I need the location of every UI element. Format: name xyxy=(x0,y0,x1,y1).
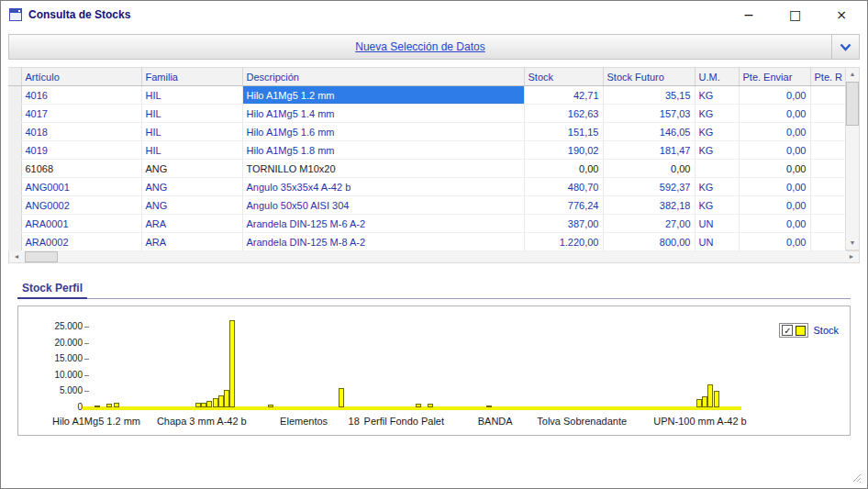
grid-cell[interactable]: ARA xyxy=(141,215,242,233)
resize-grip[interactable] xyxy=(850,471,862,483)
minimize-button[interactable]: − xyxy=(740,7,758,22)
grid-cell[interactable]: 776,24 xyxy=(524,196,603,215)
grid-cell[interactable] xyxy=(810,178,845,196)
row-selector-cell[interactable] xyxy=(8,196,21,215)
grid-cell[interactable]: HIL xyxy=(141,105,242,123)
grid-cell[interactable]: 61068 xyxy=(21,160,141,178)
grid-cell[interactable] xyxy=(695,160,739,178)
grid-cell[interactable]: 42,71 xyxy=(524,86,603,105)
grid-cell[interactable] xyxy=(810,215,845,233)
new-data-selection-link[interactable]: Nueva Selección de Datos xyxy=(9,40,831,53)
grid-cell[interactable]: 4017 xyxy=(21,105,141,123)
grid-cell[interactable]: 27,00 xyxy=(603,215,695,233)
grid-cell[interactable]: 592,37 xyxy=(603,178,695,196)
grid-cell[interactable] xyxy=(810,196,845,215)
grid-cell[interactable]: HIL xyxy=(141,141,242,160)
grid-cell[interactable]: 0,00 xyxy=(739,160,810,178)
grid-cell[interactable]: 0,00 xyxy=(739,123,810,141)
grid-cell[interactable]: 0,00 xyxy=(739,141,810,160)
grid-cell[interactable]: 0,00 xyxy=(739,215,810,233)
grid-cell[interactable]: 0,00 xyxy=(603,160,695,178)
column-header[interactable]: Pte. R xyxy=(810,68,845,86)
column-header[interactable]: Stock xyxy=(524,68,603,86)
grid-cell[interactable]: 181,47 xyxy=(603,141,695,160)
grid-cell[interactable]: Angulo 35x35x4 A-42 b xyxy=(242,178,524,196)
vertical-scroll-track[interactable] xyxy=(846,81,859,237)
column-header[interactable]: Artículo xyxy=(21,68,141,86)
grid-cell[interactable]: HIL xyxy=(141,123,242,141)
grid-cell[interactable]: ANG0002 xyxy=(21,196,141,215)
grid-cell[interactable]: HIL xyxy=(141,86,242,105)
row-selector-cell[interactable] xyxy=(8,160,21,178)
expand-selection-button[interactable] xyxy=(831,35,859,59)
grid-cell[interactable]: 387,00 xyxy=(524,215,603,233)
grid-cell[interactable]: TORNILLO M10x20 xyxy=(242,160,524,178)
column-header[interactable]: Descripción xyxy=(242,68,524,86)
grid-cell[interactable]: Angulo 50x50 AISI 304 xyxy=(242,196,524,215)
grid-cell[interactable]: Hilo A1Mg5 1.8 mm xyxy=(242,141,524,160)
grid-cell[interactable]: UN xyxy=(695,233,739,251)
row-selector-cell[interactable] xyxy=(8,141,21,160)
grid-cell[interactable]: 0,00 xyxy=(524,160,603,178)
close-button[interactable]: × xyxy=(832,7,851,22)
grid-cell[interactable]: 4018 xyxy=(21,123,141,141)
tab-stock-perfil[interactable]: Stock Perfil xyxy=(17,279,87,299)
grid-cell[interactable]: ANG xyxy=(141,160,242,178)
grid-cell[interactable]: Hilo A1Mg5 1.2 mm xyxy=(242,86,524,105)
grid-cell[interactable]: ARA0002 xyxy=(21,233,141,251)
grid-cell[interactable]: ARA0001 xyxy=(21,215,141,233)
row-selector-cell[interactable] xyxy=(8,86,21,105)
grid-cell[interactable] xyxy=(810,141,845,160)
grid-cell[interactable]: 4016 xyxy=(21,86,141,105)
grid-cell[interactable]: 0,00 xyxy=(739,86,810,105)
vertical-scroll-thumb[interactable] xyxy=(846,82,859,126)
grid-cell[interactable]: 0,00 xyxy=(739,105,810,123)
grid-cell[interactable]: 480,70 xyxy=(524,178,603,196)
column-header[interactable]: Stock Futuro xyxy=(603,68,695,86)
grid-cell[interactable] xyxy=(810,233,845,251)
row-selector-cell[interactable] xyxy=(8,178,21,196)
legend-checkbox[interactable]: ✓ xyxy=(782,325,793,336)
grid-cell[interactable]: 162,63 xyxy=(524,105,603,123)
grid-cell[interactable]: KG xyxy=(695,196,739,215)
row-selector-cell[interactable] xyxy=(8,105,21,123)
grid-cell[interactable]: Arandela DIN-125 M-8 A-2 xyxy=(242,233,524,251)
grid-vertical-scrollbar[interactable]: ▲ ▼ xyxy=(845,67,860,250)
scroll-up-icon[interactable]: ▲ xyxy=(846,68,859,81)
grid-cell[interactable] xyxy=(810,160,845,178)
grid-cell[interactable]: 151,15 xyxy=(524,123,603,141)
grid-horizontal-scrollbar[interactable]: ◄ ► xyxy=(8,250,860,263)
scroll-down-icon[interactable]: ▼ xyxy=(846,237,859,250)
horizontal-scroll-thumb[interactable] xyxy=(25,251,58,262)
grid-cell[interactable]: Arandela DIN-125 M-6 A-2 xyxy=(242,215,524,233)
grid-cell[interactable]: KG xyxy=(695,86,739,105)
column-header[interactable]: Familia xyxy=(141,68,242,86)
grid-cell[interactable]: Hilo A1Mg5 1.6 mm xyxy=(242,123,524,141)
grid-cell[interactable] xyxy=(810,123,845,141)
grid-cell[interactable]: 4019 xyxy=(21,141,141,160)
grid-cell[interactable]: 382,18 xyxy=(603,196,695,215)
column-header[interactable]: Pte. Enviar xyxy=(739,68,810,86)
grid-cell[interactable]: ANG xyxy=(141,196,242,215)
grid-cell[interactable]: 157,03 xyxy=(603,105,695,123)
row-selector-cell[interactable] xyxy=(8,233,21,251)
grid-cell[interactable]: UN xyxy=(695,215,739,233)
grid-cell[interactable]: 0,00 xyxy=(739,196,810,215)
grid-cell[interactable] xyxy=(810,105,845,123)
grid-cell[interactable]: 190,02 xyxy=(524,141,603,160)
grid-cell[interactable]: ARA xyxy=(141,233,242,251)
row-selector-cell[interactable] xyxy=(8,123,21,141)
grid-cell[interactable]: Hilo A1Mg5 1.4 mm xyxy=(242,105,524,123)
grid-cell[interactable]: ANG0001 xyxy=(21,178,141,196)
grid-cell[interactable]: KG xyxy=(695,105,739,123)
grid-cell[interactable]: 146,05 xyxy=(603,123,695,141)
grid-cell[interactable]: 0,00 xyxy=(739,233,810,251)
scroll-left-icon[interactable]: ◄ xyxy=(9,251,24,262)
grid-cell[interactable]: ANG xyxy=(141,178,242,196)
grid-cell[interactable]: 1.220,00 xyxy=(524,233,603,251)
grid-cell[interactable]: 800,00 xyxy=(603,233,695,251)
row-selector-cell[interactable] xyxy=(8,215,21,233)
grid-cell[interactable] xyxy=(810,86,845,105)
grid-cell[interactable]: KG xyxy=(695,123,739,141)
grid-cell[interactable]: KG xyxy=(695,141,739,160)
